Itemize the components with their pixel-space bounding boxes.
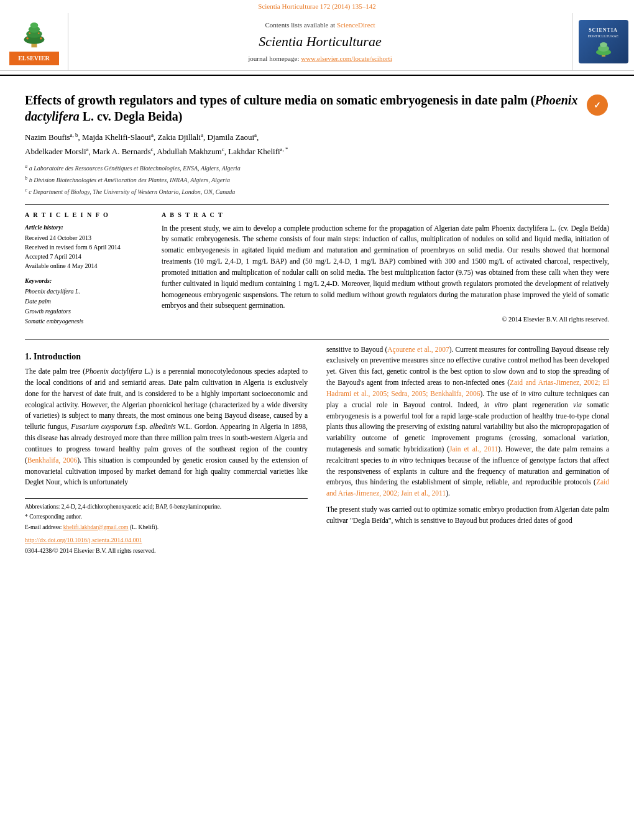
svg-point-12: [600, 42, 607, 47]
homepage-prefix: journal homepage:: [248, 55, 299, 62]
available-date: Available online 4 May 2014: [25, 261, 149, 270]
article-history-group: Article history: Received 24 October 201…: [25, 223, 149, 270]
abbreviations-note: Abbreviations: 2,4-D, 2,4-dichlorophenox…: [25, 502, 308, 511]
affil-b: b b Division Biotechnologies et Améliora…: [25, 174, 609, 185]
keyword-4: Somatic embryogenesis: [25, 316, 149, 326]
affil-c: c c Department of Biology, The Universit…: [25, 186, 609, 197]
crossmark-badge: ✓: [587, 95, 609, 117]
email-label: E-mail address:: [25, 524, 62, 530]
abstract-text: In the present study, we aim to develop …: [162, 223, 609, 312]
svg-point-5: [26, 37, 29, 40]
main-content: Effects of growth regulators and types o…: [0, 76, 634, 561]
authors-line: Nazim Boufisa, b, Majda Khelifi-Slaouia,…: [25, 131, 609, 158]
doi-line: http://dx.doi.org/10.1016/j.scienta.2014…: [25, 535, 308, 545]
email-link[interactable]: khelifi.lakhdar@gmail.com: [63, 524, 129, 530]
crossmark-icon: ✓: [587, 95, 608, 116]
journal-header: Scientia Horticulturae 172 (2014) 135–14…: [0, 0, 634, 76]
keyword-2: Date palm: [25, 297, 149, 307]
article-title: Effects of growth regulators and types o…: [25, 92, 581, 124]
footnotes-area: Abbreviations: 2,4-D, 2,4-dichlorophenox…: [25, 498, 308, 555]
svg-point-6: [40, 37, 42, 40]
revised-date: Received in revised form 6 April 2014: [25, 242, 149, 252]
svg-point-7: [29, 33, 30, 35]
received-date: Received 24 October 2013: [25, 233, 149, 242]
keyword-1: Phoenix dactylifera L.: [25, 287, 149, 297]
info-abstract-section: A R T I C L E I N F O Article history: R…: [25, 211, 609, 333]
article-info-label: A R T I C L E I N F O: [25, 211, 149, 219]
body-col-right: sensitive to Bayoud (Açourene et al., 20…: [326, 344, 609, 555]
journal-title-display: Scientia Horticulturae: [259, 32, 381, 52]
svg-point-4: [30, 23, 38, 29]
copyright-line: © 2014 Elsevier B.V. All rights reserved…: [162, 315, 609, 325]
intro-text-right: sensitive to Bayoud (Açourene et al., 20…: [326, 344, 609, 499]
homepage-line: journal homepage: www.elsevier.com/locat…: [248, 54, 392, 63]
journal-logo-box: SCIENTIA HORTICULTURAE: [579, 20, 628, 63]
journal-top-bar: ELSEVIER Contents lists available at Sci…: [0, 13, 634, 71]
intro-text-right-2: The present study was carried out to opt…: [326, 504, 609, 527]
history-label: Article history:: [25, 223, 149, 232]
article-title-end: L. cv. Degla Beida): [80, 109, 183, 123]
article-info-col: A R T I C L E I N F O Article history: R…: [25, 211, 149, 333]
doi-link[interactable]: http://dx.doi.org/10.1016/j.scienta.2014…: [25, 537, 142, 543]
article-title-plain: Effects of growth regulators and types o…: [25, 93, 535, 107]
abstract-label: A B S T R A C T: [162, 211, 609, 219]
email-suffix: (L. Khelifi).: [130, 524, 158, 530]
body-col-left: 1. Introduction The date palm tree (Phoe…: [25, 344, 308, 555]
abstract-divider: [25, 339, 609, 339]
logo-tree-icon: [591, 39, 616, 57]
accepted-date: Accepted 7 April 2014: [25, 252, 149, 261]
elsevier-tree-icon: [16, 18, 53, 49]
keywords-group: Keywords: Phoenix dactylifera L. Date pa…: [25, 277, 149, 326]
intro-text-left: The date palm tree (Phoenix dactylifera …: [25, 366, 308, 488]
affil-a: a a Laboratoire des Ressources Génétique…: [25, 162, 609, 173]
affiliations: a a Laboratoire des Ressources Génétique…: [25, 162, 609, 198]
corresponding-note: * Corresponding author.: [25, 512, 308, 521]
elsevier-brand-label: ELSEVIER: [9, 52, 59, 65]
journal-logo-area: SCIENTIA HORTICULTURAE: [572, 13, 634, 70]
email-note: E-mail address: khelifi.lakhdar@gmail.co…: [25, 523, 308, 532]
elsevier-logo-area: ELSEVIER: [0, 13, 68, 70]
body-section: 1. Introduction The date palm tree (Phoe…: [25, 344, 609, 555]
homepage-link[interactable]: www.elsevier.com/locate/scihorti: [301, 55, 392, 62]
svg-point-8: [37, 33, 39, 35]
article-title-section: Effects of growth regulators and types o…: [25, 92, 609, 124]
from-text: from: [539, 505, 553, 513]
title-divider: [25, 204, 609, 205]
sciencedirect-line: Contents lists available at ScienceDirec…: [265, 21, 375, 30]
journal-center-header: Contents lists available at ScienceDirec…: [68, 13, 572, 70]
keywords-label: Keywords:: [25, 277, 149, 285]
issn-line: 0304-4238/© 2014 Elsevier B.V. All right…: [25, 546, 308, 555]
keyword-3: Growth regulators: [25, 307, 149, 316]
issue-line: Scientia Horticulturae 172 (2014) 135–14…: [0, 0, 634, 13]
sciencedirect-link[interactable]: ScienceDirect: [337, 21, 375, 29]
abstract-col: A B S T R A C T In the present study, we…: [162, 211, 609, 333]
intro-heading: 1. Introduction: [25, 351, 308, 363]
sciencedirect-prefix-text: Contents lists available at: [265, 21, 335, 29]
